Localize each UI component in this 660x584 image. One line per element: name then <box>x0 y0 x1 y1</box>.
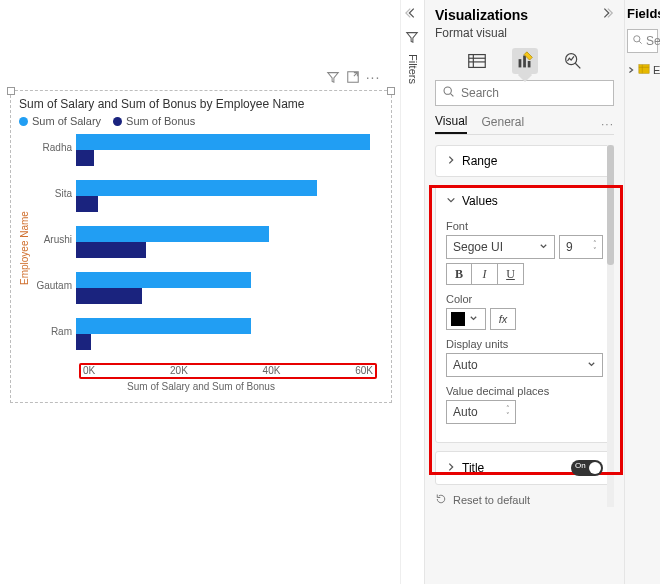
font-family-select[interactable]: Segoe UI <box>446 235 555 259</box>
table-icon <box>638 63 650 77</box>
svg-rect-1 <box>468 55 485 68</box>
card-range-label: Range <box>462 154 497 168</box>
color-picker[interactable] <box>446 308 486 330</box>
display-units-label: Display units <box>446 338 603 350</box>
bar-salary[interactable] <box>76 226 269 242</box>
card-values-header[interactable]: Values <box>436 186 613 216</box>
build-visual-icon[interactable] <box>464 48 490 74</box>
x-tick: 0K <box>83 365 95 376</box>
chevron-down-icon <box>446 194 456 208</box>
analytics-icon[interactable] <box>560 48 586 74</box>
fields-panel: Fields Se E <box>624 0 660 584</box>
svg-rect-7 <box>527 61 530 67</box>
bold-button[interactable]: B <box>446 263 472 285</box>
chart-row: Sita <box>30 180 383 224</box>
legend-item: Sum of Bonus <box>113 115 195 127</box>
panel-scrollbar[interactable] <box>607 145 614 507</box>
bar-bonus[interactable] <box>76 150 94 166</box>
x-axis-ticks: 0K20K40K60K <box>83 365 373 376</box>
chevron-down-icon <box>469 312 478 326</box>
card-title-label: Title <box>462 461 484 475</box>
italic-button[interactable]: I <box>472 263 498 285</box>
panel-subtitle: Format visual <box>435 26 614 40</box>
underline-button[interactable]: U <box>498 263 524 285</box>
tab-more-icon[interactable]: ··· <box>601 117 614 131</box>
filter-icon[interactable] <box>405 30 421 46</box>
bar-salary[interactable] <box>76 134 370 150</box>
chevron-down-icon <box>539 240 548 254</box>
decimal-places-input[interactable]: Auto ˄˅ <box>446 400 516 424</box>
display-units-select[interactable]: Auto <box>446 353 603 377</box>
decimal-places-label: Value decimal places <box>446 385 603 397</box>
card-title[interactable]: Title On <box>435 451 614 485</box>
chevron-down-icon <box>587 358 596 372</box>
chart-row: Radha <box>30 134 383 178</box>
collapse-icon[interactable] <box>405 6 421 22</box>
x-tick: 60K <box>355 365 373 376</box>
fields-search[interactable]: Se <box>627 29 658 53</box>
format-visual-icon[interactable] <box>512 48 538 74</box>
x-tick: 20K <box>170 365 188 376</box>
tab-general[interactable]: General <box>481 115 524 133</box>
svg-point-12 <box>634 36 640 42</box>
legend-item: Sum of Salary <box>19 115 101 127</box>
chart-legend: Sum of Salary Sum of Bonus <box>19 115 383 127</box>
font-label: Font <box>446 220 603 232</box>
svg-line-13 <box>639 41 641 43</box>
bar-group <box>76 272 383 304</box>
chevron-right-icon <box>627 64 635 76</box>
search-icon <box>632 34 643 48</box>
bar-group <box>76 226 383 258</box>
tab-visual[interactable]: Visual <box>435 114 467 134</box>
spinner-icon[interactable]: ˄˅ <box>590 236 600 258</box>
chart-plot-area: RadhaSitaArushiGautamRam <box>30 133 383 363</box>
chevron-right-icon <box>446 461 456 475</box>
category-label: Ram <box>30 318 76 337</box>
filter-icon[interactable] <box>325 69 341 85</box>
category-label: Sita <box>30 180 76 199</box>
filters-rail[interactable]: Filters <box>400 0 424 584</box>
bar-salary[interactable] <box>76 318 251 334</box>
format-search-input[interactable] <box>461 86 611 100</box>
bar-bonus[interactable] <box>76 242 146 258</box>
format-search[interactable] <box>435 80 614 106</box>
reset-to-default[interactable]: Reset to default <box>435 493 614 507</box>
chart-row: Arushi <box>30 226 383 270</box>
fx-button[interactable]: fx <box>490 308 516 330</box>
bar-group <box>76 318 383 350</box>
report-canvas[interactable]: ··· Sum of Salary and Sum of Bonus by Em… <box>0 0 400 584</box>
spinner-icon[interactable]: ˄˅ <box>503 401 513 423</box>
svg-rect-6 <box>523 56 526 68</box>
y-axis-title: Employee Name <box>19 133 30 363</box>
bar-salary[interactable] <box>76 180 317 196</box>
svg-line-9 <box>575 63 580 68</box>
svg-line-11 <box>451 94 454 97</box>
search-icon <box>442 84 455 102</box>
chart-row: Gautam <box>30 272 383 316</box>
x-axis-highlight: 0K20K40K60K <box>79 363 377 379</box>
bar-bonus[interactable] <box>76 288 142 304</box>
font-size-input[interactable]: 9 ˄˅ <box>559 235 603 259</box>
color-swatch-icon <box>451 312 465 326</box>
bar-bonus[interactable] <box>76 334 91 350</box>
x-tick: 40K <box>263 365 281 376</box>
bar-salary[interactable] <box>76 272 251 288</box>
fields-panel-title: Fields <box>627 6 658 21</box>
bar-group <box>76 134 383 166</box>
fields-table-row[interactable]: E <box>627 63 658 77</box>
visualizations-panel: Visualizations Format visual Visual Gene… <box>424 0 624 584</box>
chart-row: Ram <box>30 318 383 362</box>
focus-mode-icon[interactable] <box>345 69 361 85</box>
title-toggle[interactable]: On <box>571 460 603 476</box>
panel-title: Visualizations <box>435 7 528 23</box>
card-range[interactable]: Range <box>435 145 614 177</box>
svg-rect-5 <box>518 59 521 67</box>
card-values: Values Font Segoe UI 9 ˄˅ <box>435 185 614 443</box>
reset-icon <box>435 493 447 507</box>
expand-icon[interactable] <box>600 6 614 24</box>
chart-visual-container[interactable]: ··· Sum of Salary and Sum of Bonus by Em… <box>10 90 392 403</box>
bar-bonus[interactable] <box>76 196 98 212</box>
more-options-icon[interactable]: ··· <box>365 69 381 85</box>
color-label: Color <box>446 293 603 305</box>
bar-group <box>76 180 383 212</box>
